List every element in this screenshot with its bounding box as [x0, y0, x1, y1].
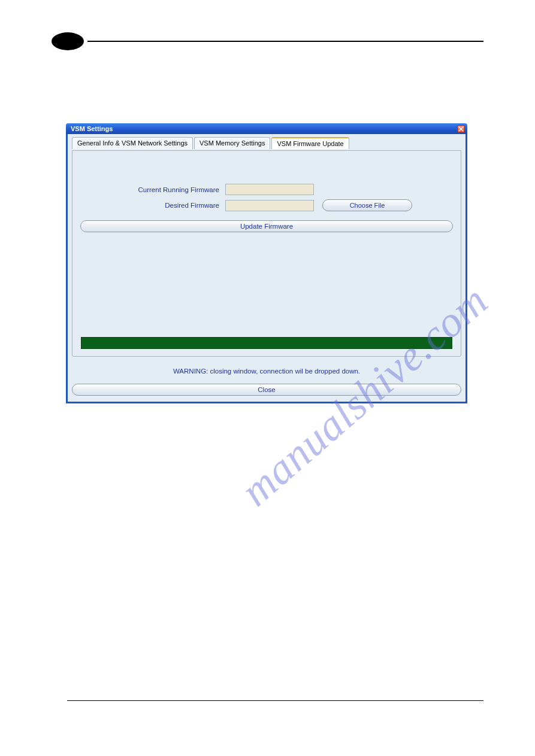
choose-file-button[interactable]: Choose File — [322, 199, 412, 211]
header-oval-icon — [52, 32, 84, 50]
page-header — [52, 32, 483, 50]
dialog-body: General Info & VSM Network Settings VSM … — [66, 134, 467, 403]
tab-memory-settings[interactable]: VSM Memory Settings — [194, 137, 270, 149]
vsm-settings-dialog: VSM Settings General Info & VSM Network … — [66, 123, 467, 403]
close-icon — [458, 126, 464, 132]
tab-general-info[interactable]: General Info & VSM Network Settings — [72, 137, 193, 149]
field-row-current-firmware: Current Running Firmware — [72, 184, 461, 195]
window-close-button[interactable] — [457, 125, 465, 133]
tab-panel-firmware: Current Running Firmware Desired Firmwar… — [72, 150, 461, 357]
desired-firmware-field — [225, 200, 314, 211]
close-button[interactable]: Close — [72, 384, 461, 396]
firmware-form: Current Running Firmware Desired Firmwar… — [72, 151, 461, 232]
field-row-desired-firmware: Desired Firmware Choose File — [72, 199, 461, 211]
window-title: VSM Settings — [68, 125, 113, 132]
warning-text: WARNING: closing window, connection wil … — [68, 368, 466, 375]
tab-firmware-update[interactable]: VSM Firmware Update — [271, 137, 349, 149]
current-firmware-field — [225, 184, 314, 195]
tabs-row: General Info & VSM Network Settings VSM … — [72, 137, 461, 149]
update-firmware-button[interactable]: Update Firmware — [80, 220, 453, 232]
footer-rule — [67, 700, 483, 702]
header-rule — [87, 41, 483, 42]
desired-firmware-label: Desired Firmware — [72, 202, 225, 209]
titlebar: VSM Settings — [66, 123, 467, 134]
current-firmware-label: Current Running Firmware — [72, 186, 225, 193]
progress-bar — [81, 337, 452, 349]
